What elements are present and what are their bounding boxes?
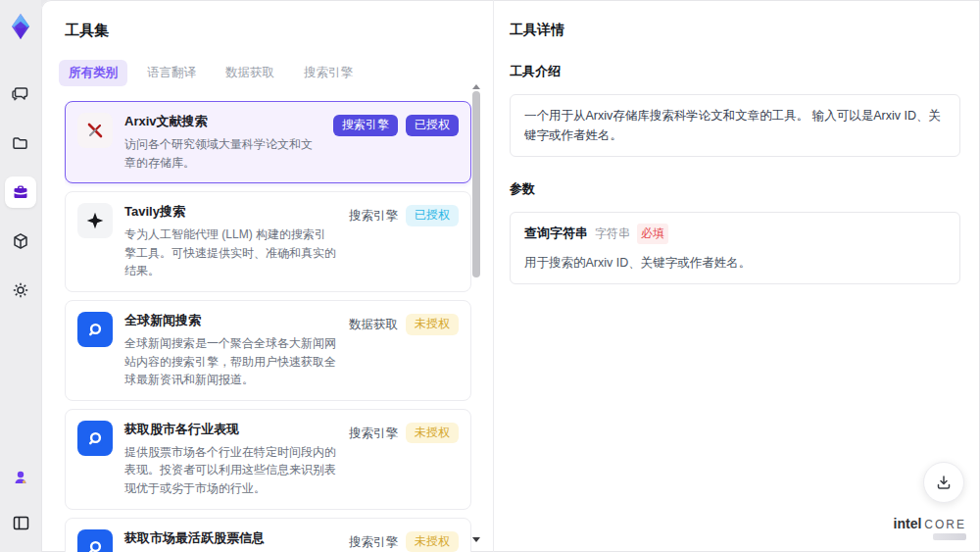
download-icon <box>935 474 953 491</box>
detail-title: 工具详情 <box>510 22 960 39</box>
core-logo-text: CORE <box>924 519 966 530</box>
tool-auth-badge: 已授权 <box>406 205 459 226</box>
blue-search-icon <box>77 529 113 552</box>
user-icon <box>12 469 29 486</box>
tool-category-label: 搜索引擎 <box>349 423 398 445</box>
ultra-badge <box>933 533 966 540</box>
param-name: 查询字符串 <box>524 224 588 244</box>
tool-name: 获取市场最活跃股票信息 <box>124 529 337 547</box>
sidebar-item-packages[interactable] <box>5 226 36 257</box>
tool-description: 全球新闻搜索是一个聚合全球各大新闻网站内容的搜索引擎，帮助用户快速获取全球最新资… <box>124 334 337 389</box>
arxiv-logo-icon <box>77 113 113 148</box>
sidebar-item-settings[interactable] <box>5 275 36 306</box>
tool-description: 访问各个研究领域大量科学论文和文章的存储库。 <box>124 135 321 172</box>
tool-detail-panel: 工具详情 工具介绍 一个用于从Arxiv存储库搜索科学论文和文章的工具。 输入可… <box>494 0 980 552</box>
tool-auth-badge: 未授权 <box>406 314 459 335</box>
package-icon <box>11 231 30 251</box>
main-content: 工具集 所有类别语言翻译数据获取搜索引擎 Arxiv文献搜索 访问各个研究领域大… <box>41 0 980 552</box>
tool-auth-badge: 未授权 <box>406 423 459 444</box>
tool-card-0[interactable]: Arxiv文献搜索 访问各个研究领域大量科学论文和文章的存储库。 搜索引擎 已授… <box>65 101 471 183</box>
gear-icon <box>11 280 30 300</box>
category-tabs: 所有类别语言翻译数据获取搜索引擎 <box>59 60 493 86</box>
tab-category-1[interactable]: 语言翻译 <box>137 60 206 86</box>
blue-search-icon <box>77 421 113 456</box>
intro-heading: 工具介绍 <box>510 63 960 80</box>
tool-category-label: 搜索引擎 <box>349 205 398 227</box>
param-description: 用于搜索的Arxiv ID、关键字或作者姓名。 <box>524 253 946 273</box>
tool-card-list: Arxiv文献搜索 访问各个研究领域大量科学论文和文章的存储库。 搜索引擎 已授… <box>65 101 471 552</box>
sidebar-item-toolbox[interactable] <box>5 176 36 208</box>
tab-category-3[interactable]: 搜索引擎 <box>294 60 363 86</box>
tool-card-4[interactable]: 获取市场最活跃股票信息 提供当天交易量最高的股票列表，投资者可以利用这些信息来识… <box>65 518 471 552</box>
toolbox-icon <box>11 182 30 202</box>
tab-category-0[interactable]: 所有类别 <box>59 60 127 86</box>
tool-name: Tavily搜索 <box>124 203 337 221</box>
scroll-up-icon[interactable] <box>472 84 480 89</box>
app-logo-icon <box>6 12 35 41</box>
sidebar <box>0 0 41 552</box>
tool-list-panel: 工具集 所有类别语言翻译数据获取搜索引擎 Arxiv文献搜索 访问各个研究领域大… <box>41 0 493 552</box>
download-button[interactable] <box>923 462 964 503</box>
intro-card: 一个用于从Arxiv存储库搜索科学论文和文章的工具。 输入可以是Arxiv ID… <box>510 94 960 157</box>
list-scrollbar[interactable] <box>471 84 480 542</box>
sidebar-item-chat[interactable] <box>5 78 36 110</box>
sidebar-item-collapse[interactable] <box>5 507 36 538</box>
scrollbar-thumb[interactable] <box>472 91 480 277</box>
sparkle-icon <box>77 203 113 238</box>
folder-icon <box>11 133 30 153</box>
intro-text: 一个用于从Arxiv存储库搜索科学论文和文章的工具。 输入可以是Arxiv ID… <box>524 109 941 142</box>
sidebar-item-account[interactable] <box>5 462 36 493</box>
tool-category-label: 搜索引擎 <box>333 115 398 136</box>
tool-description: 专为人工智能代理 (LLM) 构建的搜索引擎工具。可快速提供实时、准确和真实的结… <box>124 226 337 280</box>
intel-logo-text: intel <box>894 517 922 530</box>
tool-category-label: 数据获取 <box>349 314 398 336</box>
tool-auth-badge: 已授权 <box>406 115 459 136</box>
tab-category-2[interactable]: 数据获取 <box>216 60 284 86</box>
tool-name: 全球新闻搜索 <box>124 312 337 329</box>
chat-icon <box>11 84 30 104</box>
scroll-down-icon[interactable] <box>472 537 480 542</box>
sidebar-item-files[interactable] <box>5 127 36 159</box>
tool-category-label: 搜索引擎 <box>349 531 398 552</box>
panel-layout-icon <box>12 514 30 532</box>
tool-name: Arxiv文献搜索 <box>124 113 321 130</box>
tool-name: 获取股市各行业表现 <box>124 421 337 438</box>
param-card: 查询字符串 字符串 必填 用于搜索的Arxiv ID、关键字或作者姓名。 <box>510 212 960 284</box>
tool-card-3[interactable]: 获取股市各行业表现 提供股票市场各个行业在特定时间段内的表现。投资者可以利用这些… <box>65 409 471 510</box>
blue-search-icon <box>77 312 113 347</box>
param-required-badge: 必填 <box>637 224 668 244</box>
tool-description: 提供股票市场各个行业在特定时间段内的表现。投资者可以利用这些信息来识别表现优于或… <box>124 443 337 498</box>
intel-core-logo: intel CORE <box>894 517 966 540</box>
tool-card-2[interactable]: 全球新闻搜索 全球新闻搜索是一个聚合全球各大新闻网站内容的搜索引擎，帮助用户快速… <box>65 300 471 401</box>
page-title: 工具集 <box>65 22 493 40</box>
tool-auth-badge: 未授权 <box>406 531 459 552</box>
param-type: 字符串 <box>595 225 630 243</box>
params-heading: 参数 <box>510 180 960 198</box>
tool-card-1[interactable]: Tavily搜索 专为人工智能代理 (LLM) 构建的搜索引擎工具。可快速提供实… <box>65 191 471 292</box>
